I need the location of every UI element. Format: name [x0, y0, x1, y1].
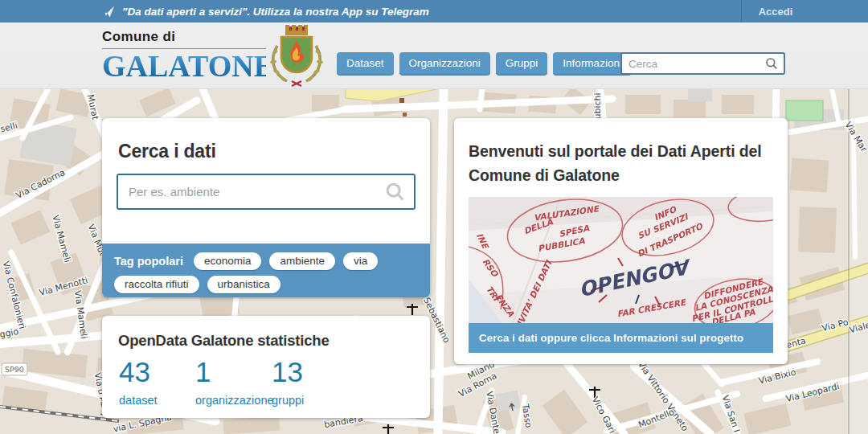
tag-raccolta-rifiuti[interactable]: raccolta rifiuti — [114, 276, 199, 293]
login-link[interactable]: Accedi — [741, 0, 809, 23]
search-icon[interactable] — [765, 57, 778, 70]
site-logo[interactable]: Comune di GALATONE — [102, 29, 266, 82]
logo-pretitle: Comune di — [102, 29, 266, 48]
welcome-photo: VALUTAZIONEDELLASPESAPUBBLICAINFOSU SERV… — [469, 197, 773, 323]
stats-row: 43 dataset 1 organizzazione 13 gruppi — [102, 358, 430, 407]
telegram-announcement[interactable]: "Da dati aperti a servizi". Utilizza la … — [101, 0, 429, 23]
header-search-input[interactable] — [622, 58, 765, 70]
welcome-card: Benvenuti sul portale dei Dati Aperti de… — [454, 118, 788, 364]
announcement-bar: "Da dati aperti a servizi". Utilizza la … — [0, 0, 868, 23]
tag-urbanistica[interactable]: urbanistica — [207, 276, 280, 293]
telegram-plane-icon — [101, 6, 115, 18]
stat-datasets: 43 dataset — [119, 358, 195, 407]
logo-title: GALATONE — [102, 48, 266, 82]
stat-value: 13 — [272, 358, 304, 387]
search-icon[interactable] — [385, 182, 405, 202]
tag-economia[interactable]: economia — [194, 252, 262, 270]
stat-label: dataset — [119, 394, 195, 407]
welcome-caption: Cerca i dati oppure clicca Informazioni … — [469, 323, 773, 353]
tag-via[interactable]: via — [343, 252, 378, 270]
header-search — [620, 52, 785, 75]
nav-organizations[interactable]: Organizzazioni — [399, 52, 490, 76]
nav-groups[interactable]: Gruppi — [496, 52, 548, 76]
stats-card: OpenData Galatone statistiche 43 dataset… — [102, 316, 430, 418]
site-header: Comune di GALATONE — [0, 23, 868, 89]
road-ref-label: SP90 — [5, 365, 24, 374]
stat-label: organizzazione — [195, 394, 272, 407]
welcome-title: Benvenuti sul portale dei Dati Aperti de… — [469, 139, 764, 187]
main-nav: Dataset Organizzazioni Gruppi Informazio… — [337, 52, 632, 76]
municipal-crest — [268, 23, 326, 88]
announcement-text: "Da dati aperti a servizi". Utilizza la … — [122, 6, 429, 18]
stat-groups: 13 gruppi — [272, 358, 304, 407]
dataset-search-input[interactable] — [118, 185, 385, 199]
tag-ambiente[interactable]: ambiente — [269, 252, 335, 270]
map-park — [786, 100, 823, 121]
stat-label: gruppi — [272, 394, 304, 407]
tags-label: Tag popolari — [114, 255, 183, 268]
stat-organizations: 1 organizzazione — [195, 358, 272, 407]
dataset-search — [117, 174, 416, 210]
popular-tags-band: Tag popolari economia ambiente via racco… — [102, 244, 430, 297]
nav-dataset[interactable]: Dataset — [337, 52, 394, 76]
search-card: Cerca i dati Tag popolari economia ambie… — [102, 118, 430, 297]
street-label: ubichi — [592, 92, 603, 119]
poi-marker — [399, 98, 404, 103]
stat-value: 1 — [195, 358, 272, 387]
poi-marker — [403, 113, 407, 117]
road-ref-badge: SP90 — [2, 363, 27, 375]
search-card-title: Cerca i dati — [118, 141, 414, 162]
stats-card-title: OpenData Galatone statistiche — [118, 332, 414, 350]
stat-value: 43 — [119, 358, 195, 387]
